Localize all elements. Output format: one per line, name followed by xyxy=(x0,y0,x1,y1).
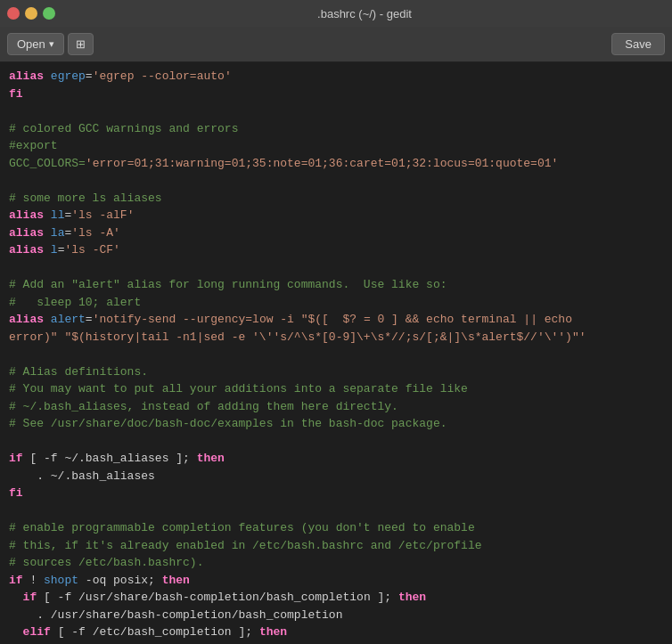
editor-area[interactable]: alias egrep='egrep --color=auto' fi # co… xyxy=(0,62,672,644)
open-button[interactable]: Open ▾ xyxy=(7,33,64,55)
pin-button[interactable]: ⊞ xyxy=(68,33,94,55)
dropdown-icon: ▾ xyxy=(49,38,54,50)
pin-icon: ⊞ xyxy=(76,37,86,51)
close-button[interactable] xyxy=(7,7,20,20)
save-button[interactable]: Save xyxy=(611,33,665,55)
maximize-button[interactable] xyxy=(43,7,55,20)
window-controls xyxy=(7,7,55,20)
window-title: .bashrc (~/) - gedit xyxy=(64,7,665,20)
minimize-button[interactable] xyxy=(25,7,37,20)
toolbar: Open ▾ ⊞ Save xyxy=(0,27,672,62)
title-bar: .bashrc (~/) - gedit xyxy=(0,0,672,27)
open-label: Open xyxy=(17,37,45,51)
